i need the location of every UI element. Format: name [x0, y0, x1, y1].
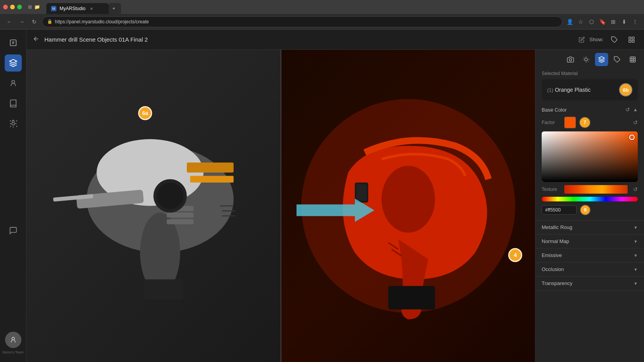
- base-color-chevron-up[interactable]: ▲: [633, 107, 638, 112]
- transparency-label: Transparency: [542, 280, 572, 286]
- svg-rect-42: [630, 57, 635, 62]
- svg-point-34: [584, 58, 588, 61]
- show-grid-button[interactable]: [625, 33, 638, 46]
- reset-factor-button[interactable]: ↺: [633, 119, 638, 126]
- maximize-window-button[interactable]: [17, 5, 22, 9]
- app-container: Demo's Team Hammer drill Scene Objects 0…: [0, 30, 644, 362]
- drill-left-illustration: [26, 50, 281, 362]
- normal-map-section: Normal Map ▼: [535, 234, 644, 248]
- profile-icon[interactable]: 👤: [565, 17, 574, 26]
- base-color-label: Base Color: [542, 107, 567, 113]
- viewport: 6a: [26, 50, 644, 362]
- selected-material-label: Selected Material: [542, 71, 638, 76]
- panel-navigation-icons: [564, 53, 639, 66]
- svg-point-2: [12, 122, 14, 125]
- sidebar-item-debug[interactable]: [5, 115, 22, 132]
- metallic-roughness-chevron: ▼: [633, 225, 638, 230]
- back-button[interactable]: ←: [5, 17, 14, 26]
- svg-rect-5: [629, 37, 631, 39]
- emissive-section: Emissive ▼: [535, 248, 644, 262]
- settings-button[interactable]: [626, 53, 639, 66]
- hex-input[interactable]: [542, 205, 577, 215]
- hue-bar[interactable]: [542, 197, 638, 201]
- address-bar[interactable]: 🔒 https://panel.myarstudio.cloud/project…: [42, 16, 562, 27]
- tag-button[interactable]: [611, 53, 624, 66]
- lighting-button[interactable]: [579, 53, 593, 66]
- svg-rect-7: [629, 40, 631, 42]
- camera-view-button[interactable]: [564, 53, 577, 66]
- forward-button[interactable]: →: [17, 17, 26, 26]
- material-card[interactable]: (1) Orange Plastic 6b: [542, 79, 638, 100]
- scene-left[interactable]: 6a: [26, 50, 281, 362]
- transparency-header[interactable]: Transparency ▼: [535, 276, 644, 290]
- material-button[interactable]: [595, 53, 608, 66]
- color-cursor: [629, 135, 635, 140]
- browser-tabs: M MyARStudio ✕ +: [46, 0, 121, 14]
- normal-map-header[interactable]: Normal Map ▼: [535, 234, 644, 248]
- back-navigation-button[interactable]: [33, 35, 40, 44]
- show-tags-button[interactable]: [608, 33, 621, 46]
- more-button[interactable]: ⋮: [631, 17, 639, 26]
- texture-preview[interactable]: [564, 185, 628, 194]
- app-header: Hammer drill Scene Objects 01A Final 2 S…: [26, 30, 644, 50]
- brightness-gradient: [542, 131, 638, 182]
- tab-title: MyARStudio: [60, 6, 86, 11]
- svg-rect-17: [167, 219, 194, 224]
- metallic-roughness-label: Metallic Roug: [542, 224, 572, 230]
- reset-texture-button[interactable]: ↺: [633, 186, 638, 192]
- sidebar-item-home[interactable]: [5, 34, 22, 51]
- svg-rect-19: [190, 176, 234, 182]
- sidebar-bottom: Demo's Team: [2, 332, 25, 357]
- svg-rect-18: [187, 163, 233, 173]
- browser-window-controls: [3, 5, 22, 9]
- svg-rect-8: [632, 40, 634, 42]
- svg-point-27: [381, 166, 435, 233]
- occlusion-label: Occlusion: [542, 266, 564, 272]
- svg-point-21: [157, 182, 184, 209]
- sidebar-item-ar[interactable]: [5, 75, 22, 92]
- base-color-section: Base Color ↺ ▲ Factor 7: [535, 103, 644, 220]
- material-number: (1): [547, 87, 553, 93]
- occlusion-section: Occlusion ▼: [535, 262, 644, 276]
- normal-map-chevron: ▼: [633, 239, 638, 244]
- right-material-panel: Selected Material 5: [535, 50, 644, 362]
- sidebar-item-chat[interactable]: [5, 222, 22, 239]
- metallic-roughness-section: Metallic Roug ▼: [535, 220, 644, 234]
- star-icon[interactable]: ☆: [576, 17, 585, 26]
- factor-label: Factor: [542, 120, 561, 125]
- sidebar-item-library[interactable]: [5, 95, 22, 112]
- scene-right[interactable]: 4: [281, 50, 535, 362]
- cast-icon[interactable]: ⬡: [587, 17, 596, 26]
- show-label: Show:: [590, 37, 604, 42]
- sidebar-item-3d[interactable]: [5, 54, 22, 72]
- browser-titlebar: ⊞ 📁 M MyARStudio ✕ +: [0, 0, 644, 14]
- metallic-roughness-header[interactable]: Metallic Roug ▼: [535, 220, 644, 234]
- user-avatar[interactable]: [5, 332, 21, 348]
- drill-right-illustration: [281, 50, 535, 362]
- normal-map-label: Normal Map: [542, 238, 569, 244]
- color-gradient[interactable]: [542, 131, 638, 182]
- new-tab-button[interactable]: +: [109, 3, 121, 14]
- selected-material-section: Selected Material (1) Orange Plastic 6b: [535, 68, 644, 103]
- svg-line-38: [588, 61, 588, 62]
- svg-line-37: [584, 57, 584, 58]
- page-title: Hammer drill Scene Objects 01A Final 2: [44, 36, 574, 43]
- tab-close-button[interactable]: ✕: [89, 6, 94, 11]
- close-window-button[interactable]: [3, 5, 8, 9]
- color-picker[interactable]: [542, 131, 638, 182]
- reload-button[interactable]: ↻: [30, 17, 39, 26]
- edit-title-icon[interactable]: [579, 37, 585, 43]
- svg-rect-31: [356, 184, 367, 201]
- occlusion-header[interactable]: Occlusion ▼: [535, 262, 644, 276]
- download-icon[interactable]: ⬇: [620, 17, 628, 26]
- emissive-header[interactable]: Emissive ▼: [535, 248, 644, 262]
- bookmark-icon[interactable]: 🔖: [598, 17, 607, 26]
- tab-favicon: M: [51, 6, 56, 11]
- color-swatch[interactable]: [564, 117, 576, 128]
- extensions-icon[interactable]: ⊞: [609, 17, 618, 26]
- reset-base-color-button[interactable]: ↺: [625, 107, 630, 113]
- base-color-header: Base Color ↺ ▲: [542, 107, 638, 113]
- active-tab[interactable]: M MyARStudio ✕: [46, 3, 109, 14]
- hex-row: 8: [542, 205, 638, 215]
- minimize-window-button[interactable]: [10, 5, 15, 9]
